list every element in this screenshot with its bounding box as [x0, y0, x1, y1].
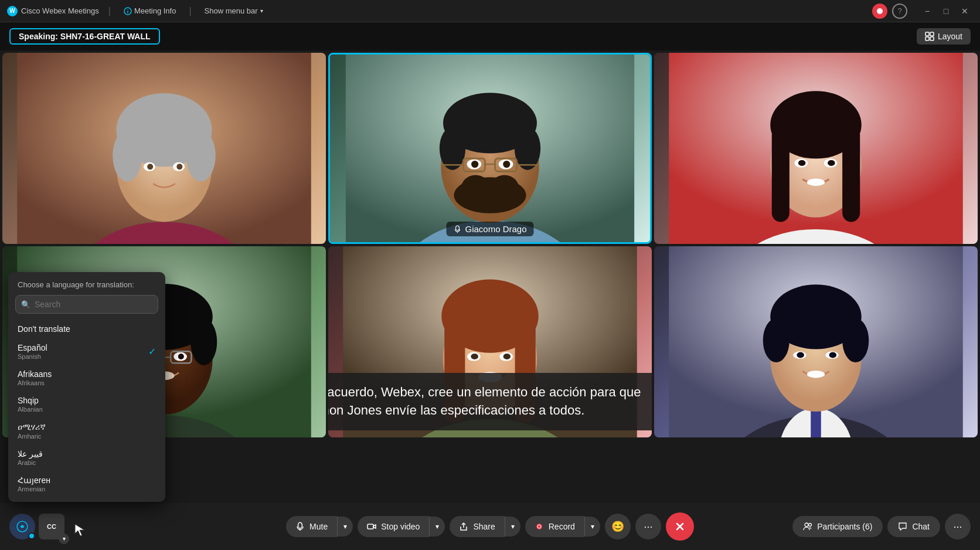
svg-point-49	[828, 160, 835, 166]
cc-label: CC	[47, 523, 56, 530]
svg-rect-3	[925, 32, 929, 36]
lang-item-arabic-sub: Arabic	[18, 459, 43, 466]
share-icon	[459, 522, 468, 531]
svg-rect-44	[772, 126, 790, 222]
lang-item-amharic-name: ዐሚሃሪኛ	[18, 422, 46, 432]
lang-item-armenian-name: Հայerен	[18, 476, 50, 485]
caption-overlay: De acuerdo, Webex, cree un elemento de a…	[328, 373, 652, 430]
svg-point-94	[298, 522, 302, 528]
lang-item-arabic[interactable]: قيير علا Arabic	[8, 444, 165, 471]
record-dropdown-button[interactable]: ▾	[584, 517, 600, 537]
lang-item-shqip[interactable]: Shqip Albanian	[8, 391, 165, 417]
video-bg-3	[654, 53, 978, 244]
ai-assistant-button[interactable]	[9, 514, 35, 539]
lang-item-afrikaans[interactable]: Afrikaans Afrikaans	[8, 365, 165, 391]
participants-button[interactable]: Participants (6)	[792, 516, 883, 537]
video-tile-5: De acuerdo, Webex, cree un elemento de a…	[328, 246, 652, 437]
share-chevron-icon: ▾	[511, 522, 515, 531]
title-bar-left: W Cisco Webex Meetings | i Meeting Info …	[7, 5, 267, 17]
meeting-info-icon: i	[124, 7, 132, 15]
stop-video-label: Stop video	[381, 522, 420, 531]
svg-point-26	[461, 175, 490, 201]
cursor-indicator	[74, 523, 86, 539]
record-icon	[535, 522, 544, 531]
info-button[interactable]: ?	[892, 4, 907, 19]
share-dropdown-button[interactable]: ▾	[505, 517, 520, 537]
meeting-info-button[interactable]: i Meeting Info	[120, 5, 180, 17]
lang-item-espanol[interactable]: Español Spanish ✓	[8, 338, 165, 365]
video-chevron-icon: ▾	[435, 522, 439, 531]
video-tile-3	[654, 53, 978, 244]
video-control: Stop video ▾	[358, 516, 445, 537]
show-menu-button[interactable]: Show menu bar ▾	[201, 5, 267, 17]
cursor-icon	[74, 523, 86, 537]
title-bar: W Cisco Webex Meetings | i Meeting Info …	[0, 0, 980, 22]
lang-selected-check: ✓	[148, 346, 156, 357]
cc-chevron-icon: ▾	[59, 534, 69, 544]
lang-item-arabic-name: قيير علا	[18, 449, 43, 459]
mute-button[interactable]: Mute	[286, 516, 337, 537]
record-button[interactable]: Record	[525, 516, 584, 537]
svg-point-98	[537, 525, 541, 528]
more-right-icon: ···	[953, 521, 962, 533]
svg-point-50	[807, 178, 825, 186]
lang-item-dont-translate[interactable]: Don't translate	[8, 320, 165, 338]
video-icon	[367, 522, 376, 531]
svg-point-31	[503, 161, 510, 168]
svg-point-30	[471, 161, 478, 168]
svg-point-23	[440, 127, 465, 170]
svg-rect-96	[368, 524, 373, 529]
maximize-button[interactable]: □	[938, 3, 954, 19]
share-label: Share	[473, 522, 495, 531]
search-icon: 🔍	[21, 300, 30, 309]
video-bg-6	[654, 246, 978, 437]
more-right-button[interactable]: ···	[945, 514, 971, 539]
layout-icon	[925, 32, 934, 41]
mute-control: Mute ▾	[286, 516, 353, 537]
language-search-input[interactable]	[15, 295, 158, 314]
lang-search-wrap: 🔍	[15, 295, 158, 314]
reactions-button[interactable]: 😊	[605, 514, 631, 539]
close-button[interactable]: ✕	[957, 3, 973, 19]
svg-rect-6	[930, 37, 934, 40]
meeting-info-label: Meeting Info	[134, 6, 176, 15]
video-bg-1	[2, 53, 326, 244]
svg-point-13	[186, 130, 216, 182]
lang-item-afrikaans-sub: Afrikaans	[18, 379, 52, 386]
record-label: Record	[549, 522, 575, 531]
toolbar-left: CC ▾	[9, 514, 80, 539]
title-divider: |	[108, 6, 111, 16]
svg-point-90	[829, 352, 837, 358]
share-button[interactable]: Share	[450, 516, 504, 537]
video-bg-2	[330, 55, 650, 242]
show-menu-label: Show menu bar	[205, 6, 258, 15]
toolbar-center: Mute ▾ Stop video ▾	[286, 512, 694, 541]
tile-2-name: Giacomo Drago	[446, 222, 533, 236]
layout-label: Layout	[938, 32, 962, 41]
lang-item-amharic[interactable]: ዐሚሃሪኛ Amharic	[8, 417, 165, 444]
ai-icon	[16, 520, 29, 533]
svg-point-101	[805, 523, 808, 527]
more-options-button[interactable]: ···	[635, 514, 661, 539]
video-dropdown-button[interactable]: ▾	[429, 517, 445, 537]
end-meeting-button[interactable]	[666, 512, 694, 541]
webex-logo: W Cisco Webex Meetings	[7, 6, 99, 16]
lang-dropdown-title: Choose a language for translation:	[8, 280, 165, 295]
lang-item-armenian[interactable]: Հայerен Armenian	[8, 471, 165, 497]
svg-point-57	[190, 318, 217, 365]
lang-item-espanol-sub: Spanish	[18, 353, 47, 360]
svg-point-16	[147, 164, 153, 169]
mic-icon	[453, 225, 461, 233]
svg-point-17	[176, 164, 182, 169]
minimize-button[interactable]: −	[919, 3, 935, 19]
stop-video-button[interactable]: Stop video	[358, 516, 429, 537]
mute-dropdown-button[interactable]: ▾	[337, 517, 353, 537]
person-silhouette-6	[654, 246, 978, 437]
layout-button[interactable]: Layout	[917, 28, 971, 45]
svg-point-24	[515, 127, 540, 170]
more-options-icon: ···	[644, 521, 652, 533]
chat-button[interactable]: Chat	[887, 516, 940, 537]
closed-captions-button[interactable]: CC ▾	[39, 514, 64, 539]
svg-rect-5	[925, 37, 929, 40]
svg-point-91	[807, 371, 825, 378]
